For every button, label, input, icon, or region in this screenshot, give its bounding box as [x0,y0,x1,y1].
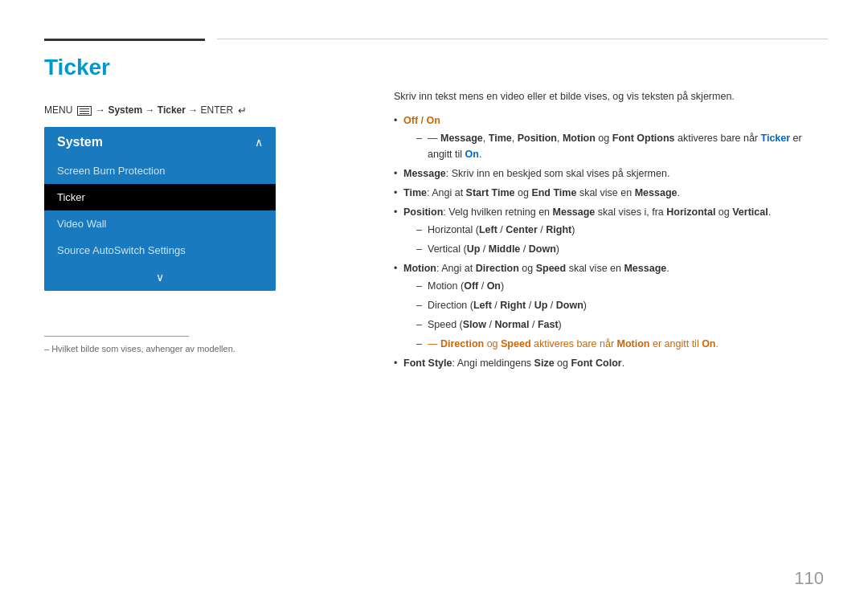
breadcrumb-arrow3: → [188,104,200,116]
menu-item-screen-burn[interactable]: Screen Burn Protection [44,157,276,184]
top-border-left [44,39,205,41]
enter-icon: ↵ [238,104,247,116]
message-label: Message [440,133,483,144]
breadcrumb-system: System [108,104,142,116]
top-border-right [217,39,828,39]
off-on-sub1: — Message, Time, Position, Motion og Fon… [416,130,824,162]
end-time-bold: End Time [531,187,576,198]
bullet-list: Off / On — Message, Time, Position, Moti… [394,112,824,371]
message-ref3: Message [624,263,666,274]
size-bold: Size [534,358,555,369]
bullet-position: Position: Velg hvilken retning en Messag… [394,204,824,257]
chevron-down-icon: ∨ [156,271,164,284]
on-ref: On [465,149,479,160]
bullet-time: Time: Angi at Start Time og End Time ska… [394,185,824,201]
breadcrumb-arrow1: → [96,104,108,116]
bottom-note-line [44,336,189,337]
bullet-font-style: Font Style: Angi meldingens Size og Font… [394,355,824,371]
bullet-motion: Motion: Angi at Direction og Speed skal … [394,260,824,352]
message-ref: Message [635,187,678,198]
time-bold: Time [403,187,427,198]
right-content: Skriv inn tekst mens en video eller et b… [394,88,824,374]
position-sub-horizontal: Horizontal (Left / Center / Right) [416,222,824,238]
menu-item-video-wall[interactable]: Video Wall [44,210,276,237]
speed-bold: Speed [536,263,567,274]
motion-sub-motion: Motion (Off / On) [416,278,824,294]
breadcrumb-menu: MENU [44,104,72,116]
chevron-up-icon: ∧ [255,136,263,149]
bullet-message: Message: Skriv inn en beskjed som skal v… [394,166,824,182]
time-label: Time [489,133,512,144]
page-title: Ticker [44,55,110,80]
position-label: Position [518,133,557,144]
motion-sublist: Motion (Off / On) Direction (Left / Righ… [403,278,824,352]
system-panel: System ∧ Screen Burn Protection Ticker V… [44,127,276,291]
message-ref2: Message [553,206,596,218]
system-panel-title: System [57,135,103,149]
intro-text: Skriv inn tekst mens en video eller et b… [394,88,824,104]
breadcrumb-ticker: Ticker [158,104,186,116]
bullet-off-on: Off / On — Message, Time, Position, Moti… [394,112,824,162]
position-sub-vertical: Vertical (Up / Middle / Down) [416,241,824,257]
breadcrumb-arrow2: → [145,104,157,116]
off-on-sublist: — Message, Time, Position, Motion og Fon… [403,130,824,162]
motion-label: Motion [563,133,596,144]
ticker-ref: Ticker [761,133,791,144]
motion-sub-note: — Direction og Speed aktiveres bare når … [416,336,824,352]
menu-item-source-autoswitch[interactable]: Source AutoSwitch Settings [44,237,276,264]
message-bold: Message [403,168,446,179]
horizontal-bold: Horizontal [666,206,715,218]
font-style-bold: Font Style [403,358,452,369]
position-sublist: Horizontal (Left / Center / Right) Verti… [403,222,824,257]
direction-bold: Direction [476,263,519,274]
sub-dash: — [428,133,440,144]
system-panel-footer: ∨ [44,264,276,291]
menu-item-ticker[interactable]: Ticker [44,184,276,210]
system-panel-header: System ∧ [44,127,276,157]
bottom-note: – Hvilket bilde som vises, avhenger av m… [44,344,235,353]
motion-sub-speed: Speed (Slow / Normal / Fast) [416,317,824,333]
font-options-label: Font Options [612,133,675,144]
off-on-label: Off / On [403,115,440,126]
motion-bold: Motion [403,263,436,274]
page-number: 110 [794,568,824,589]
motion-sub-direction: Direction (Left / Right / Up / Down) [416,297,824,313]
vertical-bold: Vertical [732,206,768,218]
font-color-bold: Font Color [571,358,621,369]
breadcrumb: MENU → System → Ticker → ENTER ↵ [44,104,247,116]
start-time-bold: Start Time [466,187,515,198]
menu-icon [77,106,92,116]
breadcrumb-enter: ENTER [201,104,234,116]
position-bold: Position [403,206,443,218]
